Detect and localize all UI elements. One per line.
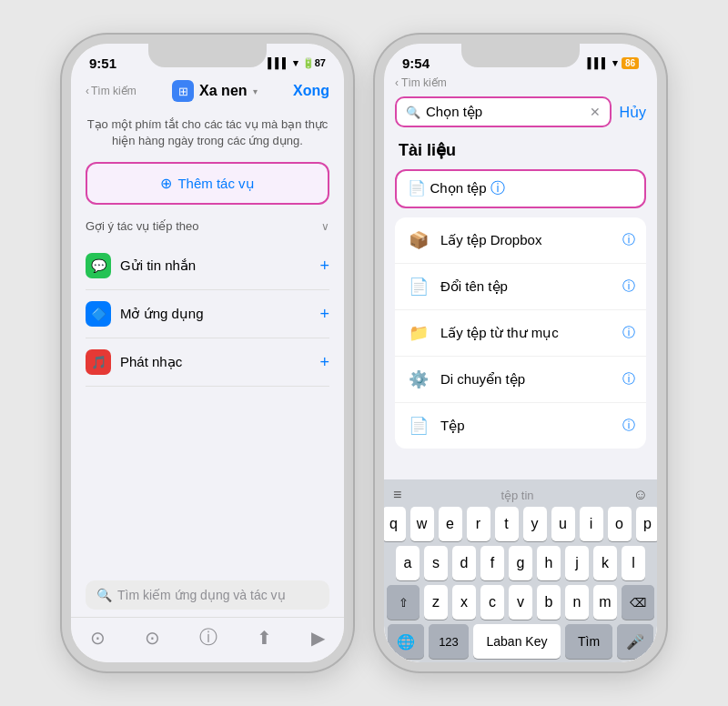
kb-key-d[interactable]: d	[452, 546, 476, 580]
suggestion-add-1[interactable]: +	[319, 257, 329, 276]
notch-right	[461, 44, 580, 67]
suggestion-item-1[interactable]: 💬 Gửi tin nhắn +	[86, 242, 329, 290]
suggestion-item-3[interactable]: 🎵 Phát nhạc +	[86, 338, 329, 387]
back-arrow-right: ‹ Tìm kiếm	[395, 76, 447, 89]
kb-search-key[interactable]: Tìm	[565, 624, 612, 659]
app-icon: ⊞	[172, 80, 194, 102]
kb-space-key[interactable]: Laban Key	[473, 624, 561, 659]
kb-shift-key[interactable]: ⇧	[387, 585, 420, 620]
kb-key-s[interactable]: s	[424, 546, 448, 580]
done-button[interactable]: Xong	[293, 83, 329, 99]
kb-key-f[interactable]: f	[480, 546, 504, 580]
back-nav-right: ‹ Tìm kiếm	[384, 76, 657, 91]
toolbar-icon-4[interactable]: ⬆	[257, 627, 272, 649]
nav-title-text: Xa nen	[199, 83, 247, 99]
kb-key-w[interactable]: w	[410, 507, 434, 541]
left-content: Tạo một phím tắt cho các tác vụ mà bạn t…	[71, 109, 344, 617]
search-icon-bottom: 🔍	[96, 588, 112, 602]
kb-key-n[interactable]: n	[565, 585, 589, 620]
search-icon-right: 🔍	[406, 106, 420, 119]
result-info-1[interactable]: ⓘ	[622, 232, 635, 248]
kb-emoji-icon[interactable]: ☺	[633, 487, 648, 503]
add-task-button[interactable]: ⊕ Thêm tác vụ	[86, 162, 329, 205]
app-icon-symbol: ⊞	[178, 85, 188, 98]
kb-key-i[interactable]: i	[580, 507, 603, 541]
suggestion-add-3[interactable]: +	[319, 353, 329, 372]
kb-format-icon[interactable]: ≡	[393, 487, 401, 503]
kb-row-3: ⇧ z x c v b n m ⌫	[388, 585, 653, 620]
toolbar-icon-2[interactable]: ⊙	[145, 627, 160, 649]
back-label: Tìm kiếm	[91, 85, 136, 97]
result-info-3[interactable]: ⓘ	[622, 325, 635, 341]
suggestion-label-3: Phát nhạc	[120, 354, 310, 370]
kb-num-key[interactable]: 123	[429, 624, 469, 659]
kb-key-q[interactable]: q	[384, 507, 406, 541]
battery-icon-r: 86	[622, 57, 639, 69]
result-row-1[interactable]: 📦 Lấy tệp Dropbox ⓘ	[395, 217, 646, 264]
selected-info-icon[interactable]: ⓘ	[490, 180, 505, 196]
kb-key-x[interactable]: x	[452, 585, 476, 620]
nav-bar-left: ‹ Tìm kiếm ⊞ Xa nen ▾ Xong	[71, 76, 344, 109]
right-screen: 9:54 ▌▌▌ ▾ 86 ‹ Tìm kiếm 🔍 Chọn tệp ✕ Hủ…	[384, 44, 657, 662]
kb-key-c[interactable]: c	[480, 585, 504, 620]
signal-icon: ▌▌▌	[268, 57, 288, 68]
suggestion-item-2[interactable]: 🔷 Mở ứng dụng +	[86, 290, 329, 338]
kb-key-o[interactable]: o	[608, 507, 632, 541]
result-label-1: Lấy tệp Dropbox	[440, 232, 613, 248]
kb-key-u[interactable]: u	[551, 507, 575, 541]
plus-icon: ⊕	[160, 175, 172, 192]
toolbar-icon-1[interactable]: ⊙	[90, 627, 106, 649]
kb-key-a[interactable]: a	[396, 546, 420, 580]
kb-key-k[interactable]: k	[593, 546, 617, 580]
result-info-2[interactable]: ⓘ	[622, 278, 635, 295]
kb-key-h[interactable]: h	[537, 546, 561, 580]
status-icons-right: ▌▌▌ ▾ 86	[587, 57, 639, 69]
suggestions-chevron-icon[interactable]: ∨	[321, 220, 329, 233]
result-label-4: Di chuyển tệp	[440, 371, 613, 388]
selected-result-item[interactable]: 📄 Chọn tệp ⓘ	[395, 169, 646, 208]
kb-key-v[interactable]: v	[509, 585, 532, 620]
kb-mic-key[interactable]: 🎤	[617, 624, 653, 659]
description-text: Tạo một phím tắt cho các tác vụ mà bạn t…	[86, 116, 329, 149]
back-button[interactable]: ‹ Tìm kiếm	[86, 85, 136, 97]
result-row-5[interactable]: 📄 Tệp ⓘ	[395, 403, 646, 449]
search-bar-bottom[interactable]: 🔍 Tìm kiếm ứng dụng và tác vụ	[86, 580, 329, 610]
kb-globe-key[interactable]: 🌐	[388, 624, 424, 659]
search-value-text[interactable]: Chọn tệp	[426, 104, 584, 120]
kb-key-m[interactable]: m	[593, 585, 617, 620]
kb-delete-key[interactable]: ⌫	[622, 585, 654, 620]
cancel-button[interactable]: Hủy	[619, 104, 646, 121]
result-label-2: Đổi tên tệp	[440, 278, 613, 295]
file-icon: 📄	[406, 413, 431, 439]
kb-key-e[interactable]: e	[439, 507, 462, 541]
toolbar-icon-5[interactable]: ▶	[311, 627, 325, 649]
clear-icon[interactable]: ✕	[590, 105, 601, 119]
kb-key-z[interactable]: z	[424, 585, 448, 620]
dropbox-icon: 📦	[406, 227, 431, 253]
result-info-5[interactable]: ⓘ	[622, 418, 635, 434]
suggestion-add-2[interactable]: +	[319, 305, 329, 324]
kb-key-j[interactable]: j	[565, 546, 589, 580]
kb-key-g[interactable]: g	[509, 546, 532, 580]
kb-row-1: q w e r t y u i o p	[388, 507, 653, 541]
toolbar-icon-3[interactable]: ⓘ	[199, 625, 217, 650]
status-time-left: 9:51	[89, 55, 116, 71]
kb-key-l[interactable]: l	[622, 546, 645, 580]
result-row-4[interactable]: ⚙️ Di chuyển tệp ⓘ	[395, 357, 646, 403]
message-icon: 💬	[91, 258, 106, 273]
folder-icon: 📁	[406, 320, 431, 346]
kb-key-b[interactable]: b	[537, 585, 561, 620]
result-row-2[interactable]: 📄 Đổi tên tệp ⓘ	[395, 264, 646, 310]
kb-key-y[interactable]: y	[523, 507, 547, 541]
selected-result-label: Chọn tệp	[430, 180, 486, 196]
result-row-3[interactable]: 📁 Lấy tệp từ thư mục ⓘ	[395, 310, 646, 357]
kb-key-t[interactable]: t	[495, 507, 519, 541]
keyboard: ≡ tệp tin ☺ q w e r t y u i o p a s d	[384, 479, 657, 662]
selected-file-icon: 📄	[408, 180, 426, 196]
kb-key-p[interactable]: p	[636, 507, 658, 541]
kb-key-r[interactable]: r	[467, 507, 490, 541]
search-input-wrap[interactable]: 🔍 Chọn tệp ✕	[395, 96, 612, 127]
search-bar-top: 🔍 Chọn tệp ✕ Hủy	[384, 91, 657, 133]
result-label-3: Lấy tệp từ thư mục	[440, 325, 613, 341]
result-info-4[interactable]: ⓘ	[622, 371, 635, 388]
